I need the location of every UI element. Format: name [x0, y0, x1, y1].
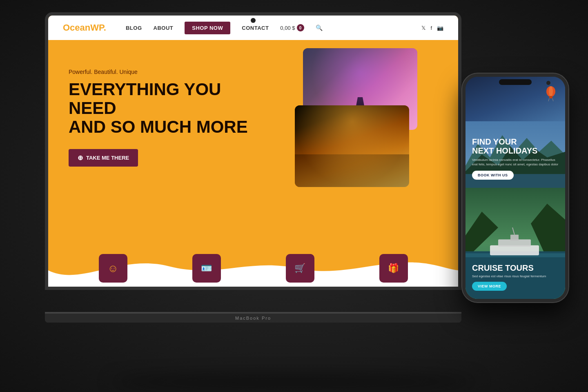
nav-cart[interactable]: 0,00 $ 0 — [280, 24, 304, 31]
laptop-screen-outer: OceanWP. BLOG ABOUT SHOP NOW CONTACT 0,0… — [45, 12, 461, 290]
nav-shop-now[interactable]: SHOP NOW — [185, 22, 230, 34]
laptop-shadow — [110, 376, 478, 388]
phone-holidays-title: FIND YOUR NEXT HOLIDAYS — [472, 137, 559, 155]
hero-cta-button[interactable]: ⊕ TAKE ME THERE — [69, 149, 138, 167]
phone-screen: FIND YOUR NEXT HOLIDAYS Vestibulum lacin… — [466, 77, 565, 299]
hero-section: Powerful. Beautiful. Unique EVERYTHING Y… — [48, 40, 458, 287]
laptop-camera — [251, 18, 256, 23]
hero-headline: EVERYTHING YOU NEED AND SO MUCH MORE — [69, 80, 265, 137]
svg-line-7 — [548, 98, 549, 101]
hero-tagline: Powerful. Beautiful. Unique — [69, 69, 265, 75]
phone-camera — [546, 81, 550, 85]
svg-point-5 — [549, 86, 553, 97]
nav-search[interactable]: 🔍 — [316, 24, 323, 31]
laptop-device: OceanWP. BLOG ABOUT SHOP NOW CONTACT 0,0… — [45, 12, 461, 323]
icon-card-id[interactable]: 🪪 — [192, 254, 221, 283]
cart-badge: 0 — [297, 24, 304, 31]
nav-about[interactable]: ABOUT — [154, 25, 174, 31]
hero-cta-arrow-icon: ⊕ — [78, 154, 83, 162]
cart-icon: 🛒 — [294, 263, 305, 274]
icon-cards-row: ☺ 🪪 🛒 🎁 — [48, 254, 458, 283]
phone-cruise-description: Sed egestas est vitae risus risus feugia… — [472, 274, 559, 278]
phone-notch — [499, 79, 532, 85]
svg-rect-14 — [490, 245, 539, 255]
phone-section-cruise: CRUISE TOURS Sed egestas est vitae risus… — [466, 188, 565, 299]
facebook-icon[interactable]: f — [430, 25, 432, 31]
hero-headline-line1: EVERYTHING YOU NEED — [69, 80, 221, 118]
phone-view-more-button[interactable]: VIEW MORE — [472, 282, 507, 291]
scene: OceanWP. BLOG ABOUT SHOP NOW CONTACT 0,0… — [0, 0, 588, 392]
hero-cta-label: TAKE ME THERE — [86, 155, 129, 161]
brand-logo[interactable]: OceanWP. — [63, 22, 106, 33]
svg-line-8 — [552, 98, 553, 101]
svg-rect-16 — [510, 235, 519, 241]
phone-holidays-title-line2: NEXT HOLIDAYS — [472, 146, 537, 155]
phone-device: FIND YOUR NEXT HOLIDAYS Vestibulum lacin… — [462, 74, 568, 302]
laptop-brand-label: MacBook Pro — [45, 314, 461, 323]
twitter-icon[interactable]: 𝕏 — [421, 25, 425, 31]
phone-section-holidays: FIND YOUR NEXT HOLIDAYS Vestibulum lacin… — [466, 77, 565, 188]
laptop-screen: OceanWP. BLOG ABOUT SHOP NOW CONTACT 0,0… — [48, 16, 458, 287]
hero-text: Powerful. Beautiful. Unique EVERYTHING Y… — [69, 60, 265, 167]
laptop-base: MacBook Pro — [45, 312, 461, 323]
emoji-icon: ☺ — [107, 262, 118, 275]
icon-card-cart[interactable]: 🛒 — [286, 254, 314, 283]
phone-holidays-title-line1: FIND YOUR — [472, 137, 517, 146]
nav-contact[interactable]: CONTACT — [242, 25, 269, 31]
cart-price: 0,00 $ — [280, 25, 295, 31]
icon-card-gift[interactable]: 🎁 — [379, 254, 408, 283]
icon-card-emoji[interactable]: ☺ — [99, 254, 127, 283]
hot-air-balloon — [545, 85, 557, 103]
brand-dot: . — [104, 22, 106, 33]
social-links: 𝕏 f 📷 — [421, 25, 443, 31]
hero-images — [295, 48, 434, 195]
hero-image-bottom — [295, 105, 409, 187]
svg-rect-6 — [549, 96, 552, 98]
phone-holidays-description: Vestibulum lacinia convallis erat id con… — [472, 158, 559, 167]
gift-icon: 🎁 — [388, 263, 399, 274]
brand-name: OceanWP — [63, 22, 104, 33]
nav-blog[interactable]: BLOG — [126, 25, 142, 31]
hero-headline-line2: AND SO MUCH MORE — [69, 117, 248, 136]
instagram-icon[interactable]: 📷 — [437, 25, 443, 31]
phone-book-with-us-button[interactable]: BOOK WITH US — [472, 171, 514, 180]
phone-cruise-title: CRUISE TOURS — [472, 263, 559, 272]
id-card-icon: 🪪 — [201, 263, 212, 274]
